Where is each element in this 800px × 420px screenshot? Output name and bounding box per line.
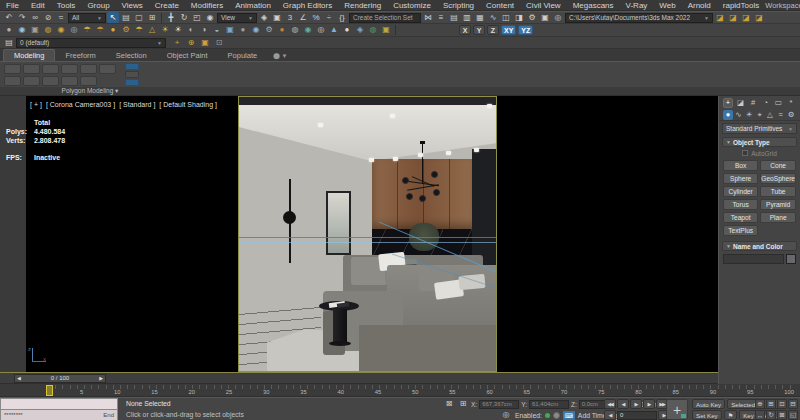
primitive-button-tube[interactable]: Tube xyxy=(760,186,796,197)
render-production-icon[interactable]: ◎ xyxy=(552,12,564,23)
menu-item-animation[interactable]: Animation xyxy=(229,1,277,10)
helpers-category[interactable]: △ xyxy=(765,110,775,120)
maxscript-mini-listener[interactable]: ******** End xyxy=(0,398,118,420)
mirror-icon[interactable]: ⋈ xyxy=(422,12,434,23)
plugin-toolbar-icon[interactable]: ◉ xyxy=(250,25,262,36)
listener-line[interactable]: ******** End xyxy=(0,410,118,420)
previous-frame-button[interactable]: ◀ xyxy=(617,399,629,409)
plugin-toolbar-icon[interactable]: ◍ xyxy=(289,25,301,36)
object-color-swatch[interactable] xyxy=(786,254,796,264)
collapse-button[interactable] xyxy=(23,76,40,86)
auto-key-button[interactable]: Auto Key xyxy=(692,399,725,409)
space-warps-category[interactable]: ≈ xyxy=(776,110,786,120)
plugin-toolbar-icon[interactable]: ▣ xyxy=(29,25,41,36)
slider-right-arrow-icon[interactable]: ▶ xyxy=(99,375,103,381)
pan-view-icon[interactable]: ↔ xyxy=(755,410,765,420)
orbit-icon[interactable]: ↻ xyxy=(766,410,776,420)
menu-item-file[interactable]: File xyxy=(0,1,25,10)
select-and-uniform-scale-icon[interactable]: ◰ xyxy=(191,12,203,23)
polygon-mode-button[interactable] xyxy=(61,64,78,74)
window-crossing-icon[interactable]: ⊞ xyxy=(146,12,158,23)
macro-recorder-line[interactable] xyxy=(0,398,118,410)
menu-item-arnold[interactable]: Arnold xyxy=(682,1,717,10)
axis-x-button[interactable]: X xyxy=(459,25,471,35)
plugin-toolbar-icon[interactable]: ◉ xyxy=(302,25,314,36)
select-and-manipulate-icon[interactable]: ▣ xyxy=(271,12,283,23)
zoom-extents-all-icon[interactable]: ⊟ xyxy=(788,399,798,409)
plugin-toolbar-icon[interactable]: ☂ xyxy=(133,25,145,36)
primitive-button-cylinder[interactable]: Cylinder xyxy=(723,186,758,197)
ribbon-config-icon[interactable]: ⬤ ▼ xyxy=(273,52,287,61)
menu-item-scripting[interactable]: Scripting xyxy=(437,1,480,10)
plugin-toolbar-icon[interactable]: ◎ xyxy=(315,25,327,36)
zoom-extents-icon[interactable]: ⊡ xyxy=(777,399,787,409)
y-coordinate-field[interactable]: 61,404cm xyxy=(529,400,569,409)
viewport-camera-label[interactable]: [ Corona Camera003 ] xyxy=(46,101,115,108)
select-by-name-icon[interactable]: ▤ xyxy=(120,12,132,23)
plugin-toolbar-icon[interactable]: ☀ xyxy=(172,25,184,36)
ribbon-side-button-2[interactable] xyxy=(125,71,139,78)
spinner-snap-toggle-icon[interactable]: ÷ xyxy=(323,12,335,23)
render-setup-icon[interactable]: ⚙ xyxy=(526,12,538,23)
plugin-toolbar-icon[interactable]: ● xyxy=(3,25,15,36)
selection-set-field[interactable]: Create Selection Set xyxy=(349,13,421,23)
unlink-selection-icon[interactable]: ⊘ xyxy=(42,12,54,23)
x-coordinate-field[interactable]: 667,367cm xyxy=(479,400,519,409)
axis-xy-button[interactable]: XY xyxy=(501,25,516,35)
preview-subobject-button[interactable] xyxy=(4,76,21,86)
ribbon-tab[interactable]: Populate xyxy=(218,50,268,61)
slider-left-arrow-icon[interactable]: ◀ xyxy=(17,375,21,381)
set-current-layer-icon[interactable]: ⊡ xyxy=(213,37,225,48)
menu-item-v-ray[interactable]: V-Ray xyxy=(620,1,654,10)
primitive-button-sphere[interactable]: Sphere xyxy=(723,173,758,184)
plugin-toolbar-icon[interactable]: ◉ xyxy=(55,25,67,36)
track-bar[interactable]: 0510152025303540455055606570758085909510… xyxy=(0,384,800,397)
slice-button[interactable] xyxy=(80,76,97,86)
plugin-toolbar-icon[interactable]: ◎ xyxy=(68,25,80,36)
select-and-place-icon[interactable]: ◉ xyxy=(204,12,216,23)
primitive-button-plane[interactable]: Plane xyxy=(760,212,796,223)
plugin-toolbar-icon[interactable]: ◑ xyxy=(198,25,210,36)
element-mode-button[interactable] xyxy=(80,64,97,74)
hierarchy-tab[interactable]: # xyxy=(748,98,758,108)
plugin-toolbar-icon[interactable]: △ xyxy=(146,25,158,36)
set-key-button[interactable]: Set Key xyxy=(692,410,722,420)
object-type-rollout[interactable]: ▼ Object Type xyxy=(722,137,797,147)
menu-item-edit[interactable]: Edit xyxy=(25,1,51,10)
name-and-color-rollout[interactable]: ▼ Name and Color xyxy=(722,241,797,251)
material-editor-icon[interactable]: ◨ xyxy=(513,12,525,23)
undo-icon[interactable]: ↶ xyxy=(3,12,15,23)
menu-item-graph-editors[interactable]: Graph Editors xyxy=(277,1,338,10)
key-filter-icon[interactable]: ⚑ xyxy=(724,410,738,420)
primitive-button-pyramid[interactable]: Pyramid xyxy=(760,199,796,210)
zoom-all-icon[interactable]: ⊞ xyxy=(766,399,776,409)
menu-item-civil-view[interactable]: Civil View xyxy=(520,1,567,10)
create-new-layer-icon[interactable]: + xyxy=(171,37,183,48)
plugin-toolbar-icon[interactable]: ⚙ xyxy=(263,25,275,36)
plugin-toolbar-icon[interactable]: ◍ xyxy=(367,25,379,36)
geometry-category[interactable]: ● xyxy=(723,110,733,120)
viewport-standard-label[interactable]: [ Standard ] xyxy=(119,101,155,108)
plugin-toolbar-icon[interactable]: ◍ xyxy=(42,25,54,36)
primitive-button-teapot[interactable]: Teapot xyxy=(723,212,758,223)
display-tab[interactable]: ▭ xyxy=(773,98,783,108)
toggle-layer-explorer-icon[interactable]: ▥ xyxy=(461,12,473,23)
ribbon-tab[interactable]: Modeling xyxy=(3,49,55,61)
axis-y-button[interactable]: Y xyxy=(473,25,485,35)
snaps-toggle-icon[interactable]: 3 xyxy=(284,12,296,23)
select-object-icon[interactable]: ↖ xyxy=(107,12,119,23)
play-button[interactable]: ▶ xyxy=(630,399,642,409)
menu-item-megascans[interactable]: Megascans xyxy=(567,1,620,10)
object-name-field[interactable] xyxy=(723,254,784,264)
utilities-tab[interactable]: * xyxy=(786,98,796,108)
rectangular-selection-region-icon[interactable]: ▢ xyxy=(133,12,145,23)
menu-item-web[interactable]: Web xyxy=(653,1,681,10)
axis-yz-button[interactable]: YZ xyxy=(518,25,533,35)
current-layer-dropdown[interactable]: 0 (default)▼ xyxy=(16,38,166,48)
plugin-toolbar-icon[interactable]: ● xyxy=(237,25,249,36)
primitive-button-torus[interactable]: Torus xyxy=(723,199,758,210)
plugin-toolbar-icon[interactable]: ◐ xyxy=(185,25,197,36)
menu-item-group[interactable]: Group xyxy=(81,1,115,10)
selection-filter-dropdown[interactable]: All▼ xyxy=(68,13,106,23)
vertex-mode-button[interactable] xyxy=(4,64,21,74)
